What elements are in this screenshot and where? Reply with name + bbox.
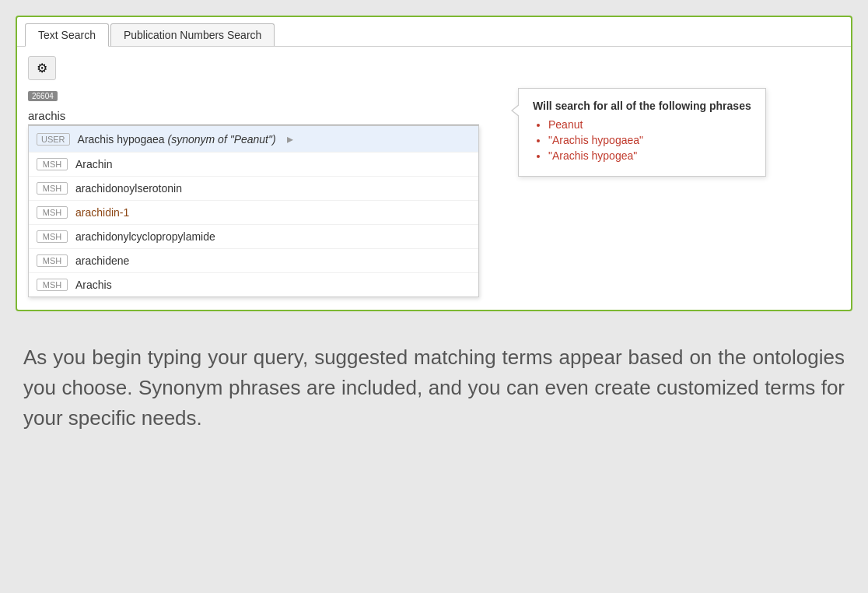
dropdown-item-1[interactable]: MSH Arachin	[29, 153, 478, 177]
item-text-1: Arachin	[75, 158, 112, 170]
dropdown-item-5[interactable]: MSH arachidene	[29, 249, 478, 273]
result-count-badge: 26604	[28, 91, 58, 101]
search-area: 26604 arachis USER Arachis hypogaea (syn…	[28, 88, 840, 297]
search-panel: Text Search Publication Numbers Search ⚙…	[16, 16, 852, 311]
dropdown-item-0[interactable]: USER Arachis hypogaea (synonym of "Peanu…	[29, 126, 478, 153]
arrow-icon-0: ▸	[287, 132, 293, 146]
description-text: As you begin typing your query, suggeste…	[16, 330, 852, 441]
search-left: 26604 arachis USER Arachis hypogaea (syn…	[28, 88, 479, 297]
item-text-6: Arachis	[75, 279, 112, 291]
item-text-2: arachidonoylserotonin	[75, 182, 182, 195]
tab-publication-numbers[interactable]: Publication Numbers Search	[110, 23, 275, 46]
item-tag-3: MSH	[37, 206, 68, 219]
item-text-4: arachidonylcyclopropylamide	[75, 230, 215, 243]
item-tag-2: MSH	[37, 182, 68, 195]
search-input[interactable]: arachis	[28, 107, 479, 125]
item-tag-6: MSH	[37, 279, 68, 291]
info-phrase-0: Peanut	[548, 118, 751, 131]
info-phrase-list: Peanut "Arachis hypogaea" "Arachis hypog…	[533, 118, 751, 162]
info-phrase-2: "Arachis hypogea"	[548, 149, 751, 162]
item-tag-1: MSH	[37, 158, 68, 170]
settings-button[interactable]: ⚙	[28, 56, 56, 80]
tab-bar: Text Search Publication Numbers Search	[17, 17, 851, 47]
dropdown-item-6[interactable]: MSH Arachis	[29, 273, 478, 296]
item-text-3: arachidin-1	[75, 206, 129, 219]
dropdown-item-4[interactable]: MSH arachidonylcyclopropylamide	[29, 225, 478, 249]
item-text-0: Arachis hypogaea (synonym of "Peanut")	[78, 133, 276, 146]
item-tag-0: USER	[37, 133, 70, 146]
item-tag-5: MSH	[37, 254, 68, 267]
settings-row: ⚙	[28, 56, 840, 80]
item-synonym-0: (synonym of "Peanut")	[168, 133, 276, 146]
dropdown-item-3[interactable]: MSH arachidin-1	[29, 201, 478, 225]
tab-text-search[interactable]: Text Search	[25, 23, 109, 47]
item-text-5: arachidene	[75, 254, 129, 267]
autocomplete-dropdown: USER Arachis hypogaea (synonym of "Peanu…	[28, 125, 479, 297]
info-box-title: Will search for all of the following phr…	[533, 100, 751, 112]
info-phrase-1: "Arachis hypogaea"	[548, 134, 751, 146]
content-area: ⚙ 26604 arachis USER Arachis hypogaea (s…	[17, 47, 851, 310]
dropdown-item-2[interactable]: MSH arachidonoylserotonin	[29, 177, 478, 201]
item-tag-4: MSH	[37, 230, 68, 243]
synonym-info-box: Will search for all of the following phr…	[518, 88, 766, 177]
